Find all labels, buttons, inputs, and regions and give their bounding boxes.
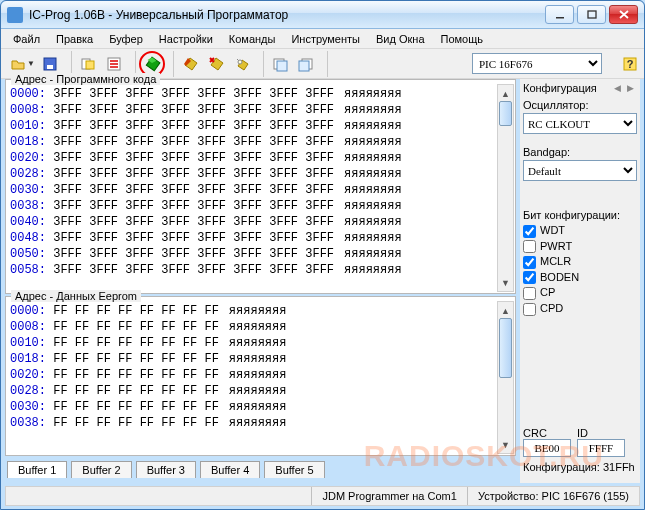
- app-icon: [7, 7, 23, 23]
- id-field[interactable]: [577, 439, 625, 457]
- menu-вид-окна[interactable]: Вид Окна: [368, 31, 433, 47]
- hex-row: 0000: FF FF FF FF FF FF FF FFяяяяяяяя: [10, 303, 511, 319]
- tab-buffer-3[interactable]: Buffer 3: [136, 461, 196, 478]
- window-title: IC-Prog 1.06B - Универсальный Программат…: [29, 8, 545, 22]
- code-scrollbar[interactable]: ▲ ▼: [497, 84, 514, 292]
- bit-cp[interactable]: CP: [523, 285, 637, 301]
- bit-boden-label: BODEN: [540, 271, 579, 283]
- tab-buffer-2[interactable]: Buffer 2: [71, 461, 131, 478]
- hex-row: 0040: 3FFF 3FFF 3FFF 3FFF 3FFF 3FFF 3FFF…: [10, 214, 511, 230]
- hex-row: 0008: 3FFF 3FFF 3FFF 3FFF 3FFF 3FFF 3FFF…: [10, 102, 511, 118]
- hex-row: 0028: FF FF FF FF FF FF FF FFяяяяяяяя: [10, 383, 511, 399]
- buffer-tabs: Buffer 1Buffer 2Buffer 3Buffer 4Buffer 5: [5, 458, 516, 478]
- help-button[interactable]: ?: [620, 54, 640, 74]
- verify-chip-icon[interactable]: [229, 51, 255, 77]
- eeprom-hex[interactable]: 0000: FF FF FF FF FF FF FF FFяяяяяяяя000…: [6, 301, 515, 433]
- menu-настройки[interactable]: Настройки: [151, 31, 221, 47]
- buffer-b-icon[interactable]: [293, 51, 319, 77]
- bit-pwrt-checkbox[interactable]: [523, 240, 536, 253]
- bit-cpd-label: CPD: [540, 302, 563, 314]
- bits-label: Бит конфигурации:: [523, 209, 637, 221]
- bit-wdt-label: WDT: [540, 224, 565, 236]
- hex-row: 0038: FF FF FF FF FF FF FF FFяяяяяяяя: [10, 415, 511, 431]
- hex-row: 0020: 3FFF 3FFF 3FFF 3FFF 3FFF 3FFF 3FFF…: [10, 150, 511, 166]
- oscillator-select[interactable]: RC CLKOUT: [523, 113, 637, 134]
- code-panel: Адрес - Программного кода 0000: 3FFF 3FF…: [5, 79, 516, 294]
- hex-row: 0018: FF FF FF FF FF FF FF FFяяяяяяяя: [10, 351, 511, 367]
- bit-pwrt[interactable]: PWRT: [523, 239, 637, 255]
- tab-buffer-1[interactable]: Buffer 1: [7, 461, 67, 478]
- status-device: Устройство: PIC 16F676 (155): [467, 487, 639, 505]
- code-hex[interactable]: 0000: 3FFF 3FFF 3FFF 3FFF 3FFF 3FFF 3FFF…: [6, 84, 515, 280]
- config-title: Конфигурация: [523, 82, 611, 94]
- config-panel: Конфигурация ◀ ▶ Осциллятор: RC CLKOUT B…: [520, 79, 640, 483]
- bit-cpd-checkbox[interactable]: [523, 303, 536, 316]
- hex-row: 0048: 3FFF 3FFF 3FFF 3FFF 3FFF 3FFF 3FFF…: [10, 230, 511, 246]
- eeprom-panel-title: Адрес - Данных Eeprom: [11, 290, 141, 302]
- bit-boden-checkbox[interactable]: [523, 271, 536, 284]
- hex-row: 0038: 3FFF 3FFF 3FFF 3FFF 3FFF 3FFF 3FFF…: [10, 198, 511, 214]
- bit-wdt-checkbox[interactable]: [523, 225, 536, 238]
- code-panel-title: Адрес - Программного кода: [11, 73, 160, 85]
- svg-rect-4: [86, 61, 94, 69]
- bit-mclr-label: MCLR: [540, 255, 571, 267]
- hex-row: 0028: 3FFF 3FFF 3FFF 3FFF 3FFF 3FFF 3FFF…: [10, 166, 511, 182]
- config-word: Конфигурация: 31FFh: [523, 461, 637, 473]
- bandgap-select[interactable]: Default: [523, 160, 637, 181]
- menu-команды[interactable]: Команды: [221, 31, 284, 47]
- hex-row: 0008: FF FF FF FF FF FF FF FFяяяяяяяя: [10, 319, 511, 335]
- menubar: ФайлПравкаБуферНастройкиКомандыИнструмен…: [1, 29, 644, 49]
- bit-cpd[interactable]: CPD: [523, 301, 637, 317]
- crc-field[interactable]: [523, 439, 571, 457]
- svg-rect-0: [588, 11, 596, 18]
- tab-buffer-5[interactable]: Buffer 5: [264, 461, 324, 478]
- titlebar: IC-Prog 1.06B - Универсальный Программат…: [1, 1, 644, 29]
- bit-boden[interactable]: BODEN: [523, 270, 637, 286]
- eeprom-panel: Адрес - Данных Eeprom 0000: FF FF FF FF …: [5, 296, 516, 456]
- bit-mclr[interactable]: MCLR: [523, 254, 637, 270]
- close-button[interactable]: [609, 5, 638, 24]
- hex-row: 0010: 3FFF 3FFF 3FFF 3FFF 3FFF 3FFF 3FFF…: [10, 118, 511, 134]
- menu-файл[interactable]: Файл: [5, 31, 48, 47]
- hex-row: 0010: FF FF FF FF FF FF FF FFяяяяяяяя: [10, 335, 511, 351]
- menu-правка[interactable]: Правка: [48, 31, 101, 47]
- hex-row: 0058: 3FFF 3FFF 3FFF 3FFF 3FFF 3FFF 3FFF…: [10, 262, 511, 278]
- hex-row: 0000: 3FFF 3FFF 3FFF 3FFF 3FFF 3FFF 3FFF…: [10, 86, 511, 102]
- menu-буфер[interactable]: Буфер: [101, 31, 151, 47]
- config-next-icon[interactable]: ▶: [624, 83, 637, 93]
- config-prev-icon[interactable]: ◀: [611, 83, 624, 93]
- svg-rect-2: [47, 65, 53, 69]
- maximize-button[interactable]: [577, 5, 606, 24]
- menu-помощь[interactable]: Помощь: [433, 31, 492, 47]
- svg-point-11: [238, 60, 242, 64]
- write-chip-icon[interactable]: [177, 51, 203, 77]
- status-programmer: JDM Programmer на Com1: [311, 487, 466, 505]
- hex-row: 0030: FF FF FF FF FF FF FF FFяяяяяяяя: [10, 399, 511, 415]
- bandgap-label: Bandgap:: [523, 146, 637, 158]
- open-icon-dropdown[interactable]: ▼: [27, 59, 37, 68]
- bit-cp-label: CP: [540, 286, 555, 298]
- svg-rect-13: [277, 61, 287, 71]
- oscillator-label: Осциллятор:: [523, 99, 637, 111]
- hex-row: 0020: FF FF FF FF FF FF FF FFяяяяяяяя: [10, 367, 511, 383]
- bit-wdt[interactable]: WDT: [523, 223, 637, 239]
- statusbar: JDM Programmer на Com1 Устройство: PIC 1…: [5, 486, 640, 506]
- svg-rect-15: [299, 61, 309, 71]
- tab-buffer-4[interactable]: Buffer 4: [200, 461, 260, 478]
- eeprom-scrollbar[interactable]: ▲ ▼: [497, 301, 514, 454]
- bit-mclr-checkbox[interactable]: [523, 256, 536, 269]
- menu-инструменты[interactable]: Инструменты: [283, 31, 368, 47]
- device-select[interactable]: PIC 16F676: [472, 53, 602, 74]
- hex-row: 0018: 3FFF 3FFF 3FFF 3FFF 3FFF 3FFF 3FFF…: [10, 134, 511, 150]
- minimize-button[interactable]: [545, 5, 574, 24]
- crc-label: CRC: [523, 427, 571, 439]
- hex-row: 0050: 3FFF 3FFF 3FFF 3FFF 3FFF 3FFF 3FFF…: [10, 246, 511, 262]
- bit-pwrt-label: PWRT: [540, 240, 572, 252]
- hex-row: 0030: 3FFF 3FFF 3FFF 3FFF 3FFF 3FFF 3FFF…: [10, 182, 511, 198]
- id-label: ID: [577, 427, 625, 439]
- svg-text:?: ?: [627, 58, 634, 70]
- erase-chip-icon[interactable]: [203, 51, 229, 77]
- bit-cp-checkbox[interactable]: [523, 287, 536, 300]
- buffer-a-icon[interactable]: [267, 51, 293, 77]
